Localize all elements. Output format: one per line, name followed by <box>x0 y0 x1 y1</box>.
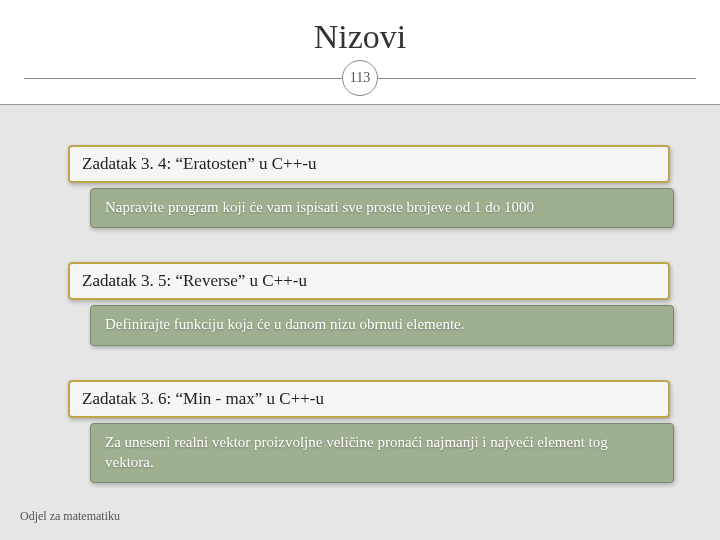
slide-title: Nizovi <box>0 18 720 56</box>
footer-text: Odjel za matematiku <box>20 509 120 524</box>
task-group: Zadatak 3. 5: “Reverse” u C++-u Definira… <box>68 262 670 345</box>
content-area: Zadatak 3. 4: “Eratosten” u C++-u Naprav… <box>68 145 670 517</box>
task-body: Napravite program koji će vam ispisati s… <box>90 188 674 228</box>
slide: Nizovi 113 Zadatak 3. 4: “Eratosten” u C… <box>0 0 720 540</box>
page-number-badge: 113 <box>342 60 378 96</box>
task-heading: Zadatak 3. 6: “Min - max” u C++-u <box>68 380 670 418</box>
task-heading: Zadatak 3. 5: “Reverse” u C++-u <box>68 262 670 300</box>
task-body: Za uneseni realni vektor proizvoljne vel… <box>90 423 674 484</box>
task-group: Zadatak 3. 6: “Min - max” u C++-u Za une… <box>68 380 670 484</box>
task-body: Definirajte funkciju koja će u danom niz… <box>90 305 674 345</box>
task-group: Zadatak 3. 4: “Eratosten” u C++-u Naprav… <box>68 145 670 228</box>
task-heading: Zadatak 3. 4: “Eratosten” u C++-u <box>68 145 670 183</box>
